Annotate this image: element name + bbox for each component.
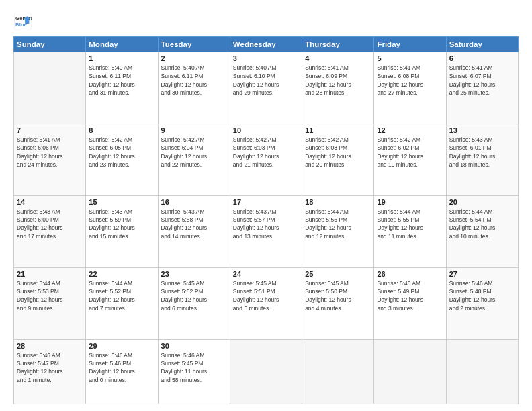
day-number: 24: [233, 270, 299, 278]
day-number: 21: [17, 270, 83, 278]
day-info: Sunrise: 5:45 AMSunset: 5:49 PMDaylight:…: [377, 279, 443, 312]
day-number: 27: [449, 270, 515, 278]
day-info: Sunrise: 5:41 AMSunset: 6:07 PMDaylight:…: [449, 64, 515, 97]
day-number: 25: [305, 270, 371, 278]
day-info: Sunrise: 5:43 AMSunset: 5:57 PMDaylight:…: [233, 208, 299, 240]
day-number: 12: [377, 126, 443, 134]
calendar-day-cell: [446, 339, 518, 404]
day-number: 15: [89, 198, 154, 206]
calendar-day-cell: 6Sunrise: 5:41 AMSunset: 6:07 PMDaylight…: [446, 52, 518, 124]
calendar-day-cell: 5Sunrise: 5:41 AMSunset: 6:08 PMDaylight…: [374, 52, 446, 124]
calendar-day-cell: 27Sunrise: 5:46 AMSunset: 5:48 PMDayligh…: [446, 267, 518, 339]
day-info: Sunrise: 5:42 AMSunset: 6:03 PMDaylight:…: [233, 136, 299, 169]
day-number: 23: [161, 270, 227, 278]
calendar-week-row: 21Sunrise: 5:44 AMSunset: 5:53 PMDayligh…: [14, 267, 519, 339]
calendar-day-cell: 26Sunrise: 5:45 AMSunset: 5:49 PMDayligh…: [374, 267, 446, 339]
calendar-day-cell: [230, 339, 302, 404]
day-info: Sunrise: 5:40 AMSunset: 6:10 PMDaylight:…: [233, 64, 299, 97]
logo: General Blue: [13, 12, 32, 31]
day-info: Sunrise: 5:41 AMSunset: 6:06 PMDaylight:…: [17, 136, 83, 169]
day-number: 3: [233, 54, 299, 62]
header: General Blue: [13, 12, 519, 31]
calendar-day-cell: [302, 339, 374, 404]
day-number: 1: [89, 54, 154, 62]
day-number: 6: [449, 54, 515, 62]
calendar-day-cell: 10Sunrise: 5:42 AMSunset: 6:03 PMDayligh…: [230, 124, 302, 195]
day-info: Sunrise: 5:43 AMSunset: 5:58 PMDaylight:…: [161, 208, 227, 240]
calendar-day-cell: 1Sunrise: 5:40 AMSunset: 6:11 PMDaylight…: [86, 52, 158, 124]
day-number: 13: [449, 126, 515, 134]
calendar-day-cell: 17Sunrise: 5:43 AMSunset: 5:57 PMDayligh…: [230, 195, 302, 267]
day-number: 18: [305, 198, 371, 206]
calendar-day-cell: 29Sunrise: 5:46 AMSunset: 5:46 PMDayligh…: [86, 339, 158, 404]
day-info: Sunrise: 5:42 AMSunset: 6:04 PMDaylight:…: [161, 136, 227, 169]
calendar-day-cell: 3Sunrise: 5:40 AMSunset: 6:10 PMDaylight…: [230, 52, 302, 124]
calendar-day-cell: 14Sunrise: 5:43 AMSunset: 6:00 PMDayligh…: [14, 195, 86, 267]
calendar-day-cell: 11Sunrise: 5:42 AMSunset: 6:03 PMDayligh…: [302, 124, 374, 195]
calendar-day-cell: 25Sunrise: 5:45 AMSunset: 5:50 PMDayligh…: [302, 267, 374, 339]
weekday-header-sunday: Sunday: [14, 37, 86, 52]
weekday-header-friday: Friday: [374, 37, 446, 52]
calendar-day-cell: 19Sunrise: 5:44 AMSunset: 5:55 PMDayligh…: [374, 195, 446, 267]
calendar-week-row: 28Sunrise: 5:46 AMSunset: 5:47 PMDayligh…: [14, 339, 519, 404]
weekday-header-monday: Monday: [86, 37, 158, 52]
calendar-day-cell: 7Sunrise: 5:41 AMSunset: 6:06 PMDaylight…: [14, 124, 86, 195]
day-info: Sunrise: 5:40 AMSunset: 6:11 PMDaylight:…: [89, 64, 154, 97]
day-number: 11: [305, 126, 371, 134]
day-number: 20: [449, 198, 515, 206]
calendar-table: SundayMondayTuesdayWednesdayThursdayFrid…: [13, 36, 519, 404]
calendar-day-cell: 13Sunrise: 5:43 AMSunset: 6:01 PMDayligh…: [446, 124, 518, 195]
page: General Blue SundayMondayTuesdayWednesda…: [0, 0, 532, 411]
calendar-week-row: 7Sunrise: 5:41 AMSunset: 6:06 PMDaylight…: [14, 124, 519, 195]
weekday-header-wednesday: Wednesday: [230, 37, 302, 52]
calendar-day-cell: 16Sunrise: 5:43 AMSunset: 5:58 PMDayligh…: [158, 195, 230, 267]
calendar-day-cell: 8Sunrise: 5:42 AMSunset: 6:05 PMDaylight…: [86, 124, 158, 195]
day-number: 30: [161, 342, 227, 350]
calendar-day-cell: 24Sunrise: 5:45 AMSunset: 5:51 PMDayligh…: [230, 267, 302, 339]
calendar-day-cell: 28Sunrise: 5:46 AMSunset: 5:47 PMDayligh…: [14, 339, 86, 404]
calendar-day-cell: 15Sunrise: 5:43 AMSunset: 5:59 PMDayligh…: [86, 195, 158, 267]
day-number: 17: [233, 198, 299, 206]
day-number: 29: [89, 342, 154, 350]
day-info: Sunrise: 5:46 AMSunset: 5:45 PMDaylight:…: [161, 351, 227, 384]
day-info: Sunrise: 5:43 AMSunset: 6:00 PMDaylight:…: [17, 208, 83, 240]
day-info: Sunrise: 5:42 AMSunset: 6:02 PMDaylight:…: [377, 136, 443, 169]
day-number: 28: [17, 342, 83, 350]
day-number: 16: [161, 198, 227, 206]
calendar-day-cell: 2Sunrise: 5:40 AMSunset: 6:11 PMDaylight…: [158, 52, 230, 124]
day-info: Sunrise: 5:46 AMSunset: 5:46 PMDaylight:…: [89, 351, 154, 384]
day-number: 26: [377, 270, 443, 278]
day-info: Sunrise: 5:41 AMSunset: 6:08 PMDaylight:…: [377, 64, 443, 97]
day-number: 8: [89, 126, 154, 134]
calendar-day-cell: 20Sunrise: 5:44 AMSunset: 5:54 PMDayligh…: [446, 195, 518, 267]
day-number: 14: [17, 198, 83, 206]
weekday-header-row: SundayMondayTuesdayWednesdayThursdayFrid…: [14, 37, 519, 52]
day-number: 5: [377, 54, 443, 62]
day-info: Sunrise: 5:45 AMSunset: 5:50 PMDaylight:…: [305, 279, 371, 312]
calendar-week-row: 14Sunrise: 5:43 AMSunset: 6:00 PMDayligh…: [14, 195, 519, 267]
calendar-day-cell: 12Sunrise: 5:42 AMSunset: 6:02 PMDayligh…: [374, 124, 446, 195]
calendar-day-cell: 22Sunrise: 5:44 AMSunset: 5:52 PMDayligh…: [86, 267, 158, 339]
day-info: Sunrise: 5:44 AMSunset: 5:53 PMDaylight:…: [17, 279, 83, 312]
day-info: Sunrise: 5:44 AMSunset: 5:55 PMDaylight:…: [377, 208, 443, 240]
day-info: Sunrise: 5:45 AMSunset: 5:51 PMDaylight:…: [233, 279, 299, 312]
calendar-day-cell: 21Sunrise: 5:44 AMSunset: 5:53 PMDayligh…: [14, 267, 86, 339]
calendar-day-cell: 9Sunrise: 5:42 AMSunset: 6:04 PMDaylight…: [158, 124, 230, 195]
day-info: Sunrise: 5:42 AMSunset: 6:05 PMDaylight:…: [89, 136, 154, 169]
calendar-day-cell: 4Sunrise: 5:41 AMSunset: 6:09 PMDaylight…: [302, 52, 374, 124]
day-info: Sunrise: 5:44 AMSunset: 5:54 PMDaylight:…: [449, 208, 515, 240]
day-number: 2: [161, 54, 227, 62]
weekday-header-saturday: Saturday: [446, 37, 518, 52]
day-info: Sunrise: 5:41 AMSunset: 6:09 PMDaylight:…: [305, 64, 371, 97]
logo-icon: General Blue: [13, 12, 32, 31]
day-number: 9: [161, 126, 227, 134]
calendar-day-cell: [14, 52, 86, 124]
day-info: Sunrise: 5:40 AMSunset: 6:11 PMDaylight:…: [161, 64, 227, 97]
calendar-day-cell: 30Sunrise: 5:46 AMSunset: 5:45 PMDayligh…: [158, 339, 230, 404]
day-number: 7: [17, 126, 83, 134]
day-info: Sunrise: 5:45 AMSunset: 5:52 PMDaylight:…: [161, 279, 227, 312]
day-info: Sunrise: 5:46 AMSunset: 5:47 PMDaylight:…: [17, 351, 83, 384]
calendar-day-cell: 18Sunrise: 5:44 AMSunset: 5:56 PMDayligh…: [302, 195, 374, 267]
calendar-day-cell: [374, 339, 446, 404]
day-info: Sunrise: 5:44 AMSunset: 5:52 PMDaylight:…: [89, 279, 154, 312]
